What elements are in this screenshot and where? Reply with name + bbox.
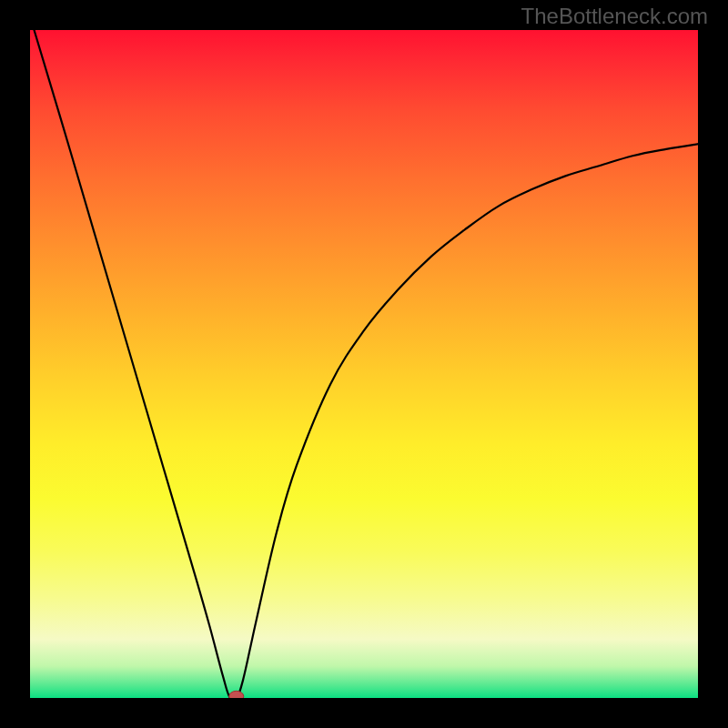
optimum-marker [229, 691, 244, 700]
plot-area [28, 28, 700, 700]
chart-svg [28, 28, 700, 700]
watermark-text: TheBottleneck.com [521, 4, 708, 29]
bottleneck-curve [34, 28, 700, 700]
